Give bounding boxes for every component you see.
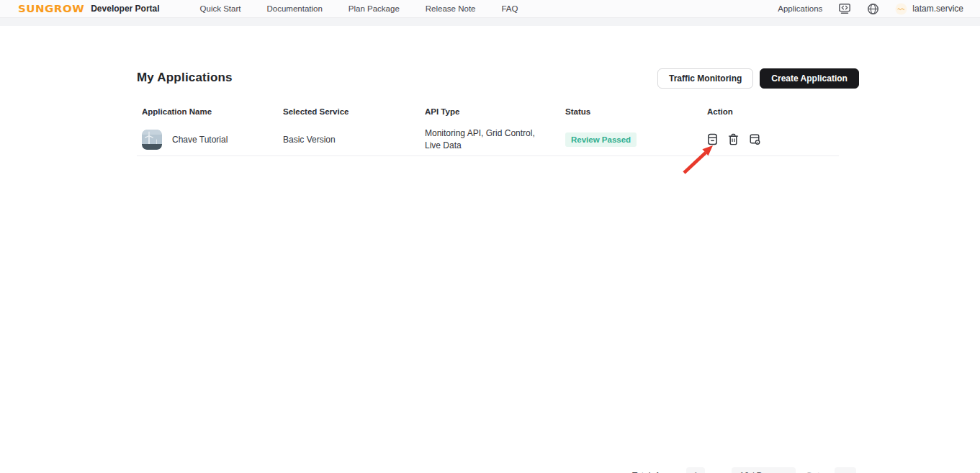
view-details-icon[interactable] [707, 133, 718, 145]
api-type-cell: Monitoring API, Grid Control, Live Data [420, 123, 560, 155]
nav-quick-start[interactable]: Quick Start [200, 4, 241, 13]
col-status: Status [560, 102, 702, 123]
api-type-text: Monitoring API, Grid Control, Live Data [425, 127, 553, 150]
nav-documentation[interactable]: Documentation [266, 4, 322, 13]
code-console-icon[interactable] [838, 3, 851, 14]
table-row: Chave Tutorial Basic Version Monitoring … [137, 123, 839, 156]
applications-table: Application Name Selected Service API Ty… [137, 102, 839, 156]
page-number-button[interactable]: 1 [686, 467, 705, 473]
nav-faq[interactable]: FAQ [501, 4, 518, 13]
col-api-type: API Type [420, 102, 560, 123]
pagination-bar: Total: 1 ‹ 1 › 10 / Page ▾ Goto [632, 467, 856, 473]
sungrow-logo: SUNGROW [18, 3, 84, 15]
header-buttons: Traffic Monitoring Create Application [657, 68, 859, 89]
language-globe-icon[interactable] [867, 3, 879, 15]
page-background-band [0, 18, 980, 26]
main-content: My Applications Traffic Monitoring Creat… [0, 26, 980, 472]
page-title: My Applications [137, 71, 233, 85]
main-nav: Quick Start Documentation Plan Package R… [200, 4, 518, 13]
application-name-cell: Chave Tutorial [137, 125, 278, 154]
page-size-select[interactable]: 10 / Page ▾ [732, 467, 796, 473]
username-label: latam.service [912, 4, 963, 14]
goto-page-input[interactable] [835, 467, 856, 473]
nav-applications[interactable]: Applications [778, 4, 822, 13]
table-header-row: Application Name Selected Service API Ty… [137, 102, 839, 123]
status-cell: Review Passed [560, 128, 702, 151]
topbar-right: Applications latam.service [778, 3, 963, 15]
nav-release-note[interactable]: Release Note [426, 4, 476, 13]
application-thumbnail [142, 130, 162, 150]
product-name: Developer Portal [91, 4, 159, 14]
user-menu[interactable]: latam.service [895, 3, 963, 15]
delete-icon[interactable] [728, 133, 739, 145]
user-avatar [895, 3, 907, 15]
application-name: Chave Tutorial [172, 135, 228, 145]
action-cell [702, 129, 839, 150]
app-settings-icon[interactable] [749, 133, 760, 145]
top-navigation-bar: SUNGROW Developer Portal Quick Start Doc… [0, 0, 980, 18]
traffic-monitoring-button[interactable]: Traffic Monitoring [657, 68, 753, 89]
col-action: Action [702, 102, 839, 123]
selected-service-cell: Basic Version [278, 130, 420, 149]
status-badge: Review Passed [565, 132, 637, 147]
create-application-button[interactable]: Create Application [760, 68, 859, 89]
col-selected-service: Selected Service [278, 102, 420, 123]
nav-plan-package[interactable]: Plan Package [349, 4, 400, 13]
col-application-name: Application Name [137, 102, 278, 123]
